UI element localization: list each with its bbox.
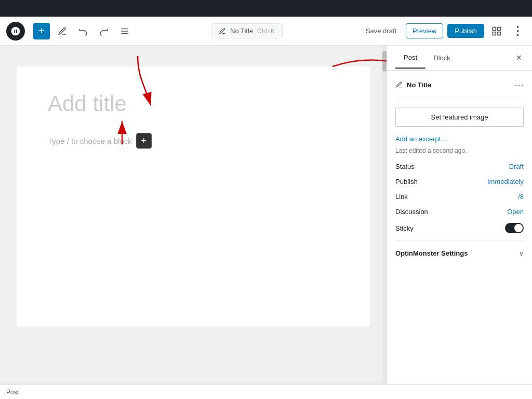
settings-toggle-button[interactable] (488, 23, 505, 39)
wp-logo-button[interactable] (6, 22, 25, 41)
svg-rect-6 (493, 32, 496, 35)
pen-icon (395, 81, 403, 88)
edit-mode-button[interactable] (54, 23, 71, 39)
discussion-label: Discussion (395, 208, 428, 216)
meta-row-link: Link /8 (395, 193, 524, 201)
add-block-button[interactable]: + (33, 23, 50, 39)
meta-row-publish: Publish Immediately (395, 178, 524, 185)
toolbar-center: No Title Ctrl+K (137, 23, 356, 38)
editor-scrollbar[interactable] (382, 46, 387, 399)
sidebar-panel: Post Block × No Title ⋯ Set featured ima… (387, 46, 532, 399)
sidebar-content: No Title ⋯ Set featured image Add an exc… (387, 71, 532, 399)
link-label: Link (395, 193, 408, 201)
more-options-button[interactable]: ⋮ (509, 23, 526, 39)
scrollbar-thumb (382, 51, 387, 72)
post-options-button[interactable]: ⋯ (514, 79, 524, 90)
status-label: Status (395, 163, 415, 170)
block-placeholder-text[interactable]: Type / to choose a block (48, 137, 132, 145)
toggle-knob (514, 224, 523, 232)
publish-value[interactable]: Immediately (487, 178, 524, 185)
document-title-bar[interactable]: No Title Ctrl+K (211, 23, 283, 38)
add-excerpt-link[interactable]: Add an excerpt… (395, 135, 524, 143)
toolbar-right: Save draft Preview Publish ⋮ (361, 23, 526, 39)
optinmonster-header[interactable]: OptinMonster Settings ∨ (395, 249, 524, 257)
sticky-label: Sticky (395, 224, 414, 232)
sidebar-header: Post Block × (387, 46, 532, 71)
redo-button[interactable] (96, 23, 112, 39)
svg-rect-5 (498, 32, 501, 35)
editor-layout: Add title Type / to choose a block + Pos… (0, 46, 532, 399)
undo-button[interactable] (75, 23, 91, 39)
tab-block[interactable]: Block (425, 47, 459, 69)
discussion-value[interactable]: Open (507, 208, 524, 216)
link-value[interactable]: /8 (518, 193, 524, 201)
post-title-label: No Title (407, 81, 431, 89)
post-title-input[interactable]: Add title (48, 91, 339, 121)
admin-bar (0, 0, 532, 17)
publish-button[interactable]: Publish (447, 24, 484, 38)
editor-canvas: Add title Type / to choose a block + (17, 66, 370, 326)
sticky-toggle[interactable] (505, 223, 524, 233)
sidebar-tabs: Post Block (395, 47, 459, 69)
meta-row-status: Status Draft (395, 163, 524, 170)
document-title: No Title (230, 27, 253, 35)
editor-toolbar: + No Title Ctrl+K Save dra (0, 17, 532, 46)
preview-button[interactable]: Preview (406, 23, 443, 38)
publish-label: Publish (395, 178, 418, 185)
post-title-section-left: No Title (395, 81, 431, 89)
editor-area: Add title Type / to choose a block + (0, 46, 387, 399)
set-featured-image-button[interactable]: Set featured image (395, 108, 524, 127)
add-block-inline-button[interactable]: + (136, 133, 152, 149)
status-bar: Post (0, 384, 532, 399)
keyboard-shortcut: Ctrl+K (257, 28, 275, 35)
status-bar-text: Post (6, 389, 19, 396)
sidebar-close-button[interactable]: × (514, 50, 524, 65)
post-title-section: No Title ⋯ (395, 79, 524, 99)
list-view-button[interactable] (116, 23, 133, 39)
last-edited-text: Last edited a second ago. (395, 147, 524, 154)
chevron-down-icon: ∨ (519, 250, 524, 257)
svg-rect-4 (498, 27, 501, 30)
optinmonster-label: OptinMonster Settings (395, 249, 468, 257)
status-value[interactable]: Draft (509, 163, 524, 170)
save-draft-button[interactable]: Save draft (361, 24, 402, 38)
meta-row-discussion: Discussion Open (395, 208, 524, 216)
optinmonster-section: OptinMonster Settings ∨ (395, 241, 524, 257)
meta-row-sticky: Sticky (395, 223, 524, 233)
tab-post[interactable]: Post (395, 47, 425, 69)
add-block-area: Type / to choose a block + (48, 133, 339, 149)
svg-rect-3 (493, 27, 496, 30)
